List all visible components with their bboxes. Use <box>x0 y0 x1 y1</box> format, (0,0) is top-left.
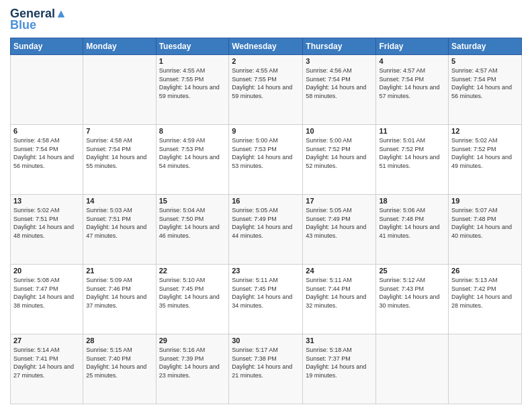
calendar-cell: 16Sunrise: 5:05 AMSunset: 7:49 PMDayligh… <box>229 195 303 265</box>
day-number: 9 <box>232 127 300 135</box>
calendar-cell: 5Sunrise: 4:57 AMSunset: 7:54 PMDaylight… <box>449 55 522 125</box>
day-number: 27 <box>13 336 80 345</box>
day-number: 7 <box>86 127 152 135</box>
calendar-cell <box>83 55 156 125</box>
day-info: Sunrise: 4:57 AMSunset: 7:54 PMDaylight:… <box>379 66 445 100</box>
day-info: Sunrise: 5:09 AMSunset: 7:46 PMDaylight:… <box>86 276 152 310</box>
day-number: 19 <box>451 197 519 205</box>
day-info: Sunrise: 5:12 AMSunset: 7:43 PMDaylight:… <box>379 276 445 310</box>
day-number: 31 <box>306 336 373 345</box>
day-number: 13 <box>13 197 80 205</box>
calendar-cell: 10Sunrise: 5:00 AMSunset: 7:52 PMDayligh… <box>303 125 376 195</box>
day-info: Sunrise: 5:00 AMSunset: 7:52 PMDaylight:… <box>306 136 373 170</box>
day-number: 21 <box>86 267 152 275</box>
calendar: SundayMondayTuesdayWednesdayThursdayFrid… <box>10 38 522 404</box>
day-number: 28 <box>86 336 152 345</box>
calendar-cell: 22Sunrise: 5:10 AMSunset: 7:45 PMDayligh… <box>156 265 229 334</box>
day-info: Sunrise: 5:10 AMSunset: 7:45 PMDaylight:… <box>159 276 226 310</box>
logo-blue: Blue <box>10 18 36 32</box>
calendar-cell: 27Sunrise: 5:14 AMSunset: 7:41 PMDayligh… <box>11 334 83 404</box>
calendar-cell: 3Sunrise: 4:56 AMSunset: 7:54 PMDaylight… <box>303 55 376 125</box>
day-number: 4 <box>379 57 445 65</box>
day-info: Sunrise: 5:04 AMSunset: 7:50 PMDaylight:… <box>159 206 226 240</box>
calendar-cell: 13Sunrise: 5:02 AMSunset: 7:51 PMDayligh… <box>11 195 83 265</box>
day-number: 22 <box>159 267 226 275</box>
calendar-cell <box>11 55 83 125</box>
calendar-cell: 26Sunrise: 5:13 AMSunset: 7:42 PMDayligh… <box>449 265 522 334</box>
calendar-cell: 12Sunrise: 5:02 AMSunset: 7:52 PMDayligh… <box>449 125 522 195</box>
calendar-cell: 24Sunrise: 5:11 AMSunset: 7:44 PMDayligh… <box>303 265 376 334</box>
calendar-cell: 18Sunrise: 5:06 AMSunset: 7:48 PMDayligh… <box>376 195 449 265</box>
logo: General▲ Blue <box>10 7 67 32</box>
calendar-cell: 15Sunrise: 5:04 AMSunset: 7:50 PMDayligh… <box>156 195 229 265</box>
day-number: 11 <box>379 127 445 135</box>
day-number: 26 <box>451 267 519 275</box>
calendar-cell <box>376 334 449 404</box>
day-info: Sunrise: 5:08 AMSunset: 7:47 PMDaylight:… <box>13 276 80 310</box>
day-number: 8 <box>159 127 226 135</box>
weekday-header-wednesday: Wednesday <box>229 38 303 55</box>
calendar-cell: 6Sunrise: 4:58 AMSunset: 7:54 PMDaylight… <box>11 125 83 195</box>
day-number: 1 <box>159 57 226 65</box>
day-number: 2 <box>232 57 300 65</box>
day-info: Sunrise: 5:03 AMSunset: 7:51 PMDaylight:… <box>86 206 152 240</box>
day-info: Sunrise: 5:15 AMSunset: 7:40 PMDaylight:… <box>86 346 152 379</box>
calendar-cell: 29Sunrise: 5:16 AMSunset: 7:39 PMDayligh… <box>156 334 229 404</box>
calendar-cell: 8Sunrise: 4:59 AMSunset: 7:53 PMDaylight… <box>156 125 229 195</box>
day-number: 15 <box>159 197 226 205</box>
day-info: Sunrise: 4:55 AMSunset: 7:55 PMDaylight:… <box>232 66 300 100</box>
day-number: 30 <box>232 336 300 345</box>
day-info: Sunrise: 5:18 AMSunset: 7:37 PMDaylight:… <box>306 346 373 379</box>
calendar-cell: 31Sunrise: 5:18 AMSunset: 7:37 PMDayligh… <box>303 334 376 404</box>
day-info: Sunrise: 5:06 AMSunset: 7:48 PMDaylight:… <box>379 206 445 240</box>
day-info: Sunrise: 5:17 AMSunset: 7:38 PMDaylight:… <box>232 346 300 379</box>
calendar-cell: 7Sunrise: 4:58 AMSunset: 7:54 PMDaylight… <box>83 125 156 195</box>
day-number: 14 <box>86 197 152 205</box>
weekday-header-friday: Friday <box>376 38 449 55</box>
calendar-cell: 23Sunrise: 5:11 AMSunset: 7:45 PMDayligh… <box>229 265 303 334</box>
calendar-cell: 11Sunrise: 5:01 AMSunset: 7:52 PMDayligh… <box>376 125 449 195</box>
day-number: 29 <box>159 336 226 345</box>
weekday-header-saturday: Saturday <box>449 38 522 55</box>
day-info: Sunrise: 5:07 AMSunset: 7:48 PMDaylight:… <box>451 206 519 240</box>
day-info: Sunrise: 4:55 AMSunset: 7:55 PMDaylight:… <box>159 66 226 100</box>
day-info: Sunrise: 5:14 AMSunset: 7:41 PMDaylight:… <box>13 346 80 379</box>
calendar-cell: 1Sunrise: 4:55 AMSunset: 7:55 PMDaylight… <box>156 55 229 125</box>
day-info: Sunrise: 5:13 AMSunset: 7:42 PMDaylight:… <box>451 276 519 310</box>
calendar-cell: 21Sunrise: 5:09 AMSunset: 7:46 PMDayligh… <box>83 265 156 334</box>
calendar-cell: 9Sunrise: 5:00 AMSunset: 7:53 PMDaylight… <box>229 125 303 195</box>
day-number: 23 <box>232 267 300 275</box>
day-info: Sunrise: 4:57 AMSunset: 7:54 PMDaylight:… <box>451 66 519 100</box>
day-info: Sunrise: 5:05 AMSunset: 7:49 PMDaylight:… <box>306 206 373 240</box>
calendar-cell: 4Sunrise: 4:57 AMSunset: 7:54 PMDaylight… <box>376 55 449 125</box>
day-info: Sunrise: 5:00 AMSunset: 7:53 PMDaylight:… <box>232 136 300 170</box>
day-number: 16 <box>232 197 300 205</box>
day-info: Sunrise: 5:11 AMSunset: 7:45 PMDaylight:… <box>232 276 300 310</box>
day-info: Sunrise: 4:59 AMSunset: 7:53 PMDaylight:… <box>159 136 226 170</box>
day-info: Sunrise: 4:58 AMSunset: 7:54 PMDaylight:… <box>13 136 80 170</box>
calendar-cell: 17Sunrise: 5:05 AMSunset: 7:49 PMDayligh… <box>303 195 376 265</box>
day-number: 6 <box>13 127 80 135</box>
day-info: Sunrise: 5:16 AMSunset: 7:39 PMDaylight:… <box>159 346 226 379</box>
day-info: Sunrise: 5:02 AMSunset: 7:52 PMDaylight:… <box>451 136 519 170</box>
calendar-cell: 25Sunrise: 5:12 AMSunset: 7:43 PMDayligh… <box>376 265 449 334</box>
day-info: Sunrise: 5:05 AMSunset: 7:49 PMDaylight:… <box>232 206 300 240</box>
calendar-cell: 28Sunrise: 5:15 AMSunset: 7:40 PMDayligh… <box>83 334 156 404</box>
day-number: 20 <box>13 267 80 275</box>
calendar-cell: 14Sunrise: 5:03 AMSunset: 7:51 PMDayligh… <box>83 195 156 265</box>
day-info: Sunrise: 5:01 AMSunset: 7:52 PMDaylight:… <box>379 136 445 170</box>
weekday-header-thursday: Thursday <box>303 38 376 55</box>
day-number: 5 <box>451 57 519 65</box>
calendar-cell: 30Sunrise: 5:17 AMSunset: 7:38 PMDayligh… <box>229 334 303 404</box>
day-info: Sunrise: 5:11 AMSunset: 7:44 PMDaylight:… <box>306 276 373 310</box>
weekday-header-sunday: Sunday <box>11 38 83 55</box>
day-info: Sunrise: 4:58 AMSunset: 7:54 PMDaylight:… <box>86 136 152 170</box>
day-number: 18 <box>379 197 445 205</box>
day-number: 25 <box>379 267 445 275</box>
day-number: 17 <box>306 197 373 205</box>
day-number: 24 <box>306 267 373 275</box>
weekday-header-monday: Monday <box>83 38 156 55</box>
weekday-header-tuesday: Tuesday <box>156 38 229 55</box>
day-number: 12 <box>451 127 519 135</box>
day-info: Sunrise: 5:02 AMSunset: 7:51 PMDaylight:… <box>13 206 80 240</box>
